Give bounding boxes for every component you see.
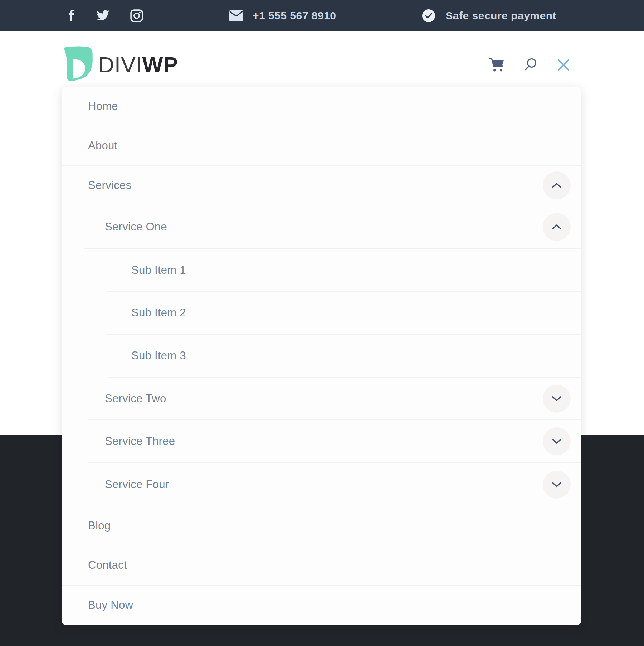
secure-payment-badge: Safe secure payment [422, 9, 556, 23]
close-icon[interactable] [557, 58, 570, 72]
menu-item-sub-item-2[interactable]: Sub Item 2 [62, 292, 581, 334]
phone-contact[interactable]: +1 555 567 8910 [229, 10, 336, 22]
submenu-collapse-toggle[interactable] [543, 171, 571, 199]
submenu-expand-toggle[interactable] [543, 427, 571, 455]
menu-item-label[interactable]: Sub Item 3 [131, 349, 186, 362]
check-circle-icon [422, 9, 435, 23]
cart-icon[interactable] [489, 57, 505, 72]
secure-payment-label: Safe secure payment [445, 10, 556, 22]
menu-item-label[interactable]: Service One [105, 220, 167, 233]
header-actions [489, 57, 570, 72]
menu-item-label[interactable]: About [88, 139, 118, 152]
logo-wordmark: DIVIWP [98, 52, 178, 77]
chevron-down-icon [551, 438, 562, 445]
menu-item-service-four[interactable]: Service Four [62, 463, 581, 506]
social-links [68, 9, 143, 22]
menu-item-label[interactable]: Services [88, 179, 131, 192]
menu-item-label[interactable]: Service Four [105, 478, 169, 491]
menu-item-label[interactable]: Service Three [105, 435, 175, 448]
menu-item-buy-now[interactable]: Buy Now [62, 586, 581, 625]
menu-item-label[interactable]: Sub Item 2 [131, 306, 186, 319]
logo-text-wp: WP [142, 52, 178, 77]
menu-item-service-three[interactable]: Service Three [62, 420, 581, 462]
menu-item-label[interactable]: Home [88, 100, 118, 113]
submenu-expand-toggle[interactable] [543, 385, 571, 413]
mail-icon [229, 10, 243, 21]
menu-item-sub-item-3[interactable]: Sub Item 3 [62, 335, 581, 377]
menu-item-about[interactable]: About [62, 126, 581, 165]
search-icon[interactable] [524, 58, 538, 72]
menu-item-label[interactable]: Buy Now [88, 599, 133, 612]
chevron-up-icon [551, 182, 562, 189]
menu-item-label[interactable]: Contact [88, 559, 127, 572]
mobile-menu-panel: Home About Services Service One Sub It [62, 87, 581, 625]
facebook-icon[interactable] [68, 9, 75, 22]
menu-item-label[interactable]: Sub Item 1 [131, 264, 186, 277]
menu-item-label[interactable]: Blog [88, 519, 111, 532]
menu-item-contact[interactable]: Contact [62, 545, 581, 585]
diviwp-logo-icon [62, 46, 93, 83]
menu-item-service-two[interactable]: Service Two [62, 378, 581, 419]
menu-item-services[interactable]: Services [62, 166, 581, 205]
menu-item-label[interactable]: Service Two [105, 392, 166, 405]
submenu-collapse-toggle[interactable] [543, 213, 571, 241]
menu-item-blog[interactable]: Blog [62, 506, 581, 545]
phone-number[interactable]: +1 555 567 8910 [253, 10, 336, 22]
menu-item-sub-item-1[interactable]: Sub Item 1 [62, 249, 581, 291]
instagram-icon[interactable] [130, 9, 143, 22]
chevron-down-icon [551, 395, 562, 402]
site-logo[interactable]: DIVIWP [62, 46, 178, 83]
submenu-expand-toggle[interactable] [543, 471, 571, 499]
logo-text-divi: DIVI [98, 52, 142, 77]
topbar: +1 555 567 8910 Safe secure payment [0, 0, 644, 31]
twitter-icon[interactable] [96, 10, 109, 21]
chevron-down-icon [551, 481, 562, 488]
menu-item-service-one[interactable]: Service One [62, 205, 581, 248]
chevron-up-icon [551, 224, 562, 230]
menu-item-home[interactable]: Home [62, 87, 581, 126]
